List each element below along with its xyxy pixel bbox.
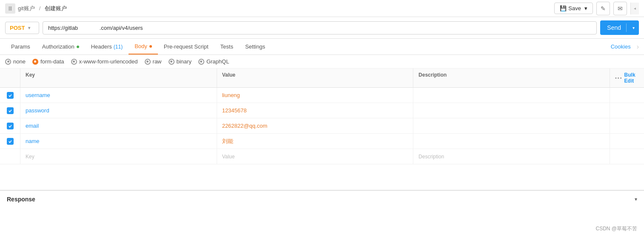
breadcrumb-current: 创建账户: [45, 5, 67, 12]
tab-tests[interactable]: Tests: [215, 39, 239, 54]
checkbox-checked-icon[interactable]: [7, 92, 14, 99]
value-password[interactable]: 12345678: [217, 103, 414, 118]
method-label: POST: [10, 25, 25, 31]
key-empty-input[interactable]: Key: [20, 149, 217, 164]
body-type-form-data[interactable]: form-data: [32, 58, 64, 65]
body-type-none[interactable]: none: [5, 58, 26, 65]
breadcrumb-separator: /: [39, 5, 41, 11]
top-bar: ||| git账户 / 创建账户 💾 Save ▾ ✎ ✉ ◂: [0, 0, 644, 17]
send-button[interactable]: Send ▾: [600, 20, 639, 35]
sidebar-toggle-icon[interactable]: ›: [637, 43, 639, 51]
actions-empty: [610, 149, 644, 164]
desc-username[interactable]: [413, 88, 610, 103]
method-chevron-icon: ▾: [28, 26, 30, 30]
th-key: Key: [20, 69, 217, 87]
method-dropdown[interactable]: POST ▾: [5, 22, 39, 34]
checkbox-checked-icon[interactable]: [7, 107, 14, 114]
response-section: Response ▾: [0, 190, 644, 208]
checkbox-password[interactable]: [0, 103, 20, 118]
send-label: Send: [607, 24, 624, 31]
edit-button[interactable]: ✎: [596, 2, 610, 15]
table-row: password 12345678: [0, 103, 644, 118]
send-divider: [626, 23, 627, 32]
save-icon: 💾: [560, 5, 567, 11]
checkbox-username[interactable]: [0, 88, 20, 103]
desc-name[interactable]: [413, 134, 610, 149]
body-type-graphql[interactable]: GraphQL: [198, 58, 229, 65]
actions-username: [610, 88, 644, 103]
send-arrow-icon: ▾: [628, 26, 639, 30]
th-description: Description: [413, 69, 610, 87]
right-edge-top: ◂: [630, 3, 639, 14]
url-bar: POST ▾ Send ▾: [0, 17, 644, 39]
radio-raw-circle: [145, 59, 151, 65]
radio-none-circle: [5, 59, 11, 65]
save-button[interactable]: 💾 Save ▾: [554, 3, 593, 14]
radio-urlencoded-circle: [71, 59, 77, 65]
checkbox-empty: [0, 149, 20, 164]
radio-graphql-circle: [198, 59, 204, 65]
table-row: name 刘能: [0, 134, 644, 149]
body-type-binary[interactable]: binary: [169, 58, 192, 65]
desc-password[interactable]: [413, 103, 610, 118]
th-actions: ••• Bulk Edit: [610, 69, 644, 87]
tab-prerequest[interactable]: Pre-request Script: [158, 39, 215, 54]
value-email[interactable]: 2262822@qq.com: [217, 118, 414, 133]
checkbox-checked-icon[interactable]: [7, 123, 14, 129]
table-row-empty: Key Value Description: [0, 149, 644, 164]
comment-button[interactable]: ✉: [613, 2, 627, 15]
breadcrumb: ||| git账户 / 创建账户: [5, 3, 67, 14]
logo-icon: |||: [5, 3, 15, 14]
content-spacer: [0, 164, 644, 181]
value-name[interactable]: 刘能: [217, 134, 414, 149]
value-empty-input[interactable]: Value: [217, 149, 414, 164]
checkbox-email[interactable]: [0, 118, 20, 133]
key-email[interactable]: email: [20, 118, 217, 133]
th-checkbox: [0, 69, 20, 87]
breadcrumb-parent[interactable]: git账户: [18, 5, 35, 12]
tab-authorization[interactable]: Authorization: [36, 39, 85, 54]
bulk-edit-link[interactable]: Bulk Edit: [624, 72, 639, 84]
body-type-urlencoded[interactable]: x-www-form-urlencoded: [71, 58, 138, 65]
tab-headers[interactable]: Headers (11): [85, 39, 129, 54]
tab-settings[interactable]: Settings: [239, 39, 271, 54]
radio-binary-circle: [169, 59, 175, 65]
key-username[interactable]: username: [20, 88, 217, 103]
body-dot: [149, 45, 152, 48]
radio-formdata-circle: [32, 59, 38, 65]
tab-params[interactable]: Params: [5, 39, 36, 54]
value-username[interactable]: liuneng: [217, 88, 414, 103]
body-type-selector: none form-data x-www-form-urlencoded raw…: [0, 55, 644, 69]
tabs-bar: Params Authorization Headers (11) Body P…: [0, 39, 644, 55]
response-label: Response: [7, 196, 35, 203]
table-row: email 2262822@qq.com: [0, 118, 644, 134]
url-input[interactable]: [43, 21, 597, 34]
tab-body[interactable]: Body: [129, 39, 158, 54]
checkbox-name[interactable]: [0, 134, 20, 149]
comment-icon: ✉: [618, 5, 623, 12]
actions-password: [610, 103, 644, 118]
form-data-table: Key Value Description ••• Bulk Edit user…: [0, 69, 644, 164]
key-name[interactable]: name: [20, 134, 217, 149]
body-type-raw[interactable]: raw: [145, 58, 162, 65]
desc-empty-input[interactable]: Description: [413, 149, 610, 164]
authorization-dot: [77, 46, 79, 48]
key-password[interactable]: password: [20, 103, 217, 118]
edit-icon: ✎: [601, 5, 606, 12]
response-chevron-icon[interactable]: ▾: [635, 196, 637, 202]
actions-email: [610, 118, 644, 133]
cookies-link[interactable]: Cookies: [607, 43, 634, 50]
dots-icon: •••: [615, 75, 623, 80]
top-bar-actions: 💾 Save ▾ ✎ ✉ ◂: [554, 2, 639, 15]
actions-name: [610, 134, 644, 149]
table-header: Key Value Description ••• Bulk Edit: [0, 69, 644, 88]
th-value: Value: [217, 69, 414, 87]
checkbox-checked-icon[interactable]: [7, 138, 14, 145]
table-row: username liuneng: [0, 88, 644, 103]
desc-email[interactable]: [413, 118, 610, 133]
